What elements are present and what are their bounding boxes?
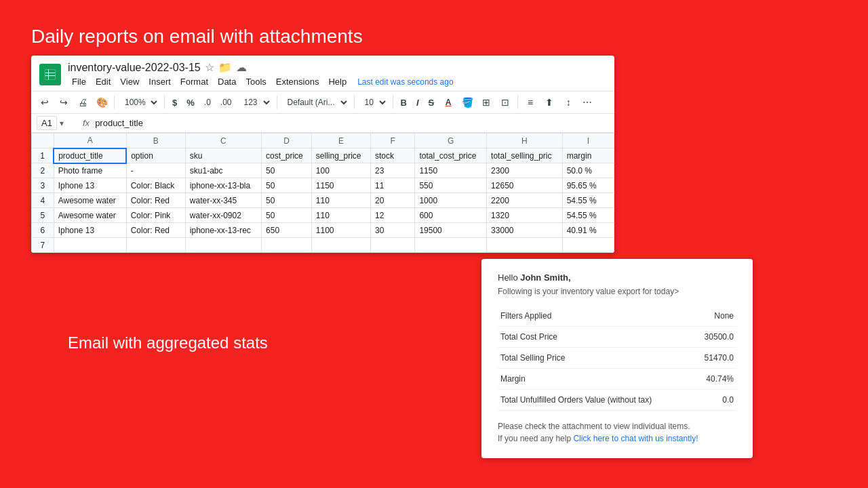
grid-cell[interactable]: 30: [371, 223, 415, 238]
grid-cell[interactable]: sku: [185, 148, 261, 163]
grid-cell[interactable]: 19500: [415, 223, 487, 238]
decimal-dec-button[interactable]: .0: [201, 96, 214, 108]
merge-button[interactable]: ⊡: [497, 94, 513, 110]
menu-tools[interactable]: Tools: [241, 75, 270, 88]
redo-button[interactable]: ↪: [56, 94, 72, 110]
wrap-button[interactable]: ↕: [560, 94, 576, 110]
grid-cell[interactable]: margin: [562, 148, 614, 163]
grid-cell[interactable]: 12650: [487, 178, 563, 193]
menu-help[interactable]: Help: [324, 75, 351, 88]
grid-cell[interactable]: [487, 238, 563, 253]
email-chat-link[interactable]: Click here to chat with us instantly!: [573, 434, 698, 443]
align-button[interactable]: ≡: [522, 94, 538, 110]
grid-cell[interactable]: selling_price: [311, 148, 370, 163]
grid-cell[interactable]: 20: [371, 193, 415, 208]
grid-cell[interactable]: 110: [311, 208, 370, 223]
grid-cell[interactable]: 50: [262, 193, 312, 208]
grid-cell[interactable]: [562, 238, 614, 253]
strikethrough-button[interactable]: S: [425, 96, 438, 109]
grid-cell[interactable]: 650: [262, 223, 312, 238]
grid-cell[interactable]: iphone-xx-13-rec: [185, 223, 261, 238]
col-header-h[interactable]: H: [487, 134, 563, 148]
folder-icon[interactable]: 📁: [218, 61, 232, 74]
percent-button[interactable]: %: [183, 96, 198, 109]
grid-cell[interactable]: [311, 238, 370, 253]
formula-value[interactable]: product_title: [95, 118, 143, 128]
grid-cell[interactable]: water-xx-0902: [185, 208, 261, 223]
fill-color-button[interactable]: 🪣: [459, 94, 475, 110]
more-button[interactable]: ⋯: [579, 94, 595, 110]
col-header-e[interactable]: E: [311, 134, 370, 148]
col-header-g[interactable]: G: [415, 134, 487, 148]
grid-cell[interactable]: stock: [371, 148, 415, 163]
zoom-select[interactable]: 100%: [119, 95, 160, 110]
grid-cell[interactable]: 2200: [487, 193, 563, 208]
grid-cell[interactable]: 50: [262, 208, 312, 223]
grid-cell[interactable]: [126, 238, 185, 253]
grid-cell[interactable]: 95.65 %: [562, 178, 614, 193]
text-color-button[interactable]: A: [440, 94, 456, 110]
print-button[interactable]: 🖨: [75, 94, 91, 110]
font-size-select[interactable]: 10: [359, 95, 389, 110]
grid-cell[interactable]: Photo frame: [54, 163, 126, 178]
undo-button[interactable]: ↩: [37, 94, 53, 110]
grid-cell[interactable]: 54.55 %: [562, 208, 614, 223]
paint-format-button[interactable]: 🎨: [94, 94, 110, 110]
grid-cell[interactable]: 1150: [311, 178, 370, 193]
grid-cell[interactable]: 1320: [487, 208, 563, 223]
grid-cell[interactable]: Color: Black: [126, 178, 185, 193]
grid-cell[interactable]: [54, 238, 126, 253]
grid-cell[interactable]: cost_price: [262, 148, 312, 163]
grid-cell[interactable]: Color: Pink: [126, 208, 185, 223]
grid-cell[interactable]: [262, 238, 312, 253]
menu-edit[interactable]: Edit: [92, 75, 115, 88]
col-header-f[interactable]: F: [371, 134, 415, 148]
grid-cell[interactable]: water-xx-345: [185, 193, 261, 208]
grid-cell[interactable]: total_selling_pric: [487, 148, 563, 163]
grid-cell[interactable]: [371, 238, 415, 253]
grid-cell[interactable]: 100: [311, 163, 370, 178]
last-edit-link[interactable]: Last edit was seconds ago: [357, 77, 453, 87]
grid-cell[interactable]: 2300: [487, 163, 563, 178]
grid-cell[interactable]: 1100: [311, 223, 370, 238]
grid-cell[interactable]: [185, 238, 261, 253]
grid-cell[interactable]: 550: [415, 178, 487, 193]
grid-cell[interactable]: 110: [311, 193, 370, 208]
grid-cell[interactable]: 1150: [415, 163, 487, 178]
grid-cell[interactable]: total_cost_price: [415, 148, 487, 163]
menu-data[interactable]: Data: [214, 75, 240, 88]
col-header-c[interactable]: C: [185, 134, 261, 148]
currency-button[interactable]: $: [169, 96, 180, 109]
grid-cell[interactable]: 40.91 %: [562, 223, 614, 238]
grid-cell[interactable]: 12: [371, 208, 415, 223]
valign-button[interactable]: ⬆: [541, 94, 557, 110]
grid-cell[interactable]: iphone-xx-13-bla: [185, 178, 261, 193]
grid-cell[interactable]: [415, 238, 487, 253]
menu-insert[interactable]: Insert: [144, 75, 175, 88]
col-header-i[interactable]: I: [562, 134, 614, 148]
font-select[interactable]: Default (Ari...: [281, 95, 350, 110]
grid-cell[interactable]: 50: [262, 178, 312, 193]
col-header-a[interactable]: A: [54, 134, 126, 148]
grid-cell[interactable]: Awesome water: [54, 193, 126, 208]
menu-format[interactable]: Format: [176, 75, 212, 88]
col-header-d[interactable]: D: [262, 134, 312, 148]
grid-cell[interactable]: 54.55 %: [562, 193, 614, 208]
grid-cell[interactable]: option: [126, 148, 185, 163]
bold-button[interactable]: B: [397, 96, 410, 109]
col-header-b[interactable]: B: [126, 134, 185, 148]
grid-cell[interactable]: sku1-abc: [185, 163, 261, 178]
grid-cell[interactable]: Iphone 13: [54, 223, 126, 238]
cloud-icon[interactable]: ☁: [236, 61, 247, 74]
star-icon[interactable]: ☆: [205, 61, 214, 74]
grid-cell[interactable]: 11: [371, 178, 415, 193]
grid-cell[interactable]: Iphone 13: [54, 178, 126, 193]
grid-cell[interactable]: 1000: [415, 193, 487, 208]
decimal-inc-button[interactable]: .00: [217, 96, 235, 108]
menu-file[interactable]: File: [68, 75, 90, 88]
grid-cell[interactable]: 50: [262, 163, 312, 178]
grid-cell[interactable]: 23: [371, 163, 415, 178]
grid-cell[interactable]: Awesome water: [54, 208, 126, 223]
border-button[interactable]: ⊞: [478, 94, 494, 110]
grid-cell[interactable]: Color: Red: [126, 223, 185, 238]
